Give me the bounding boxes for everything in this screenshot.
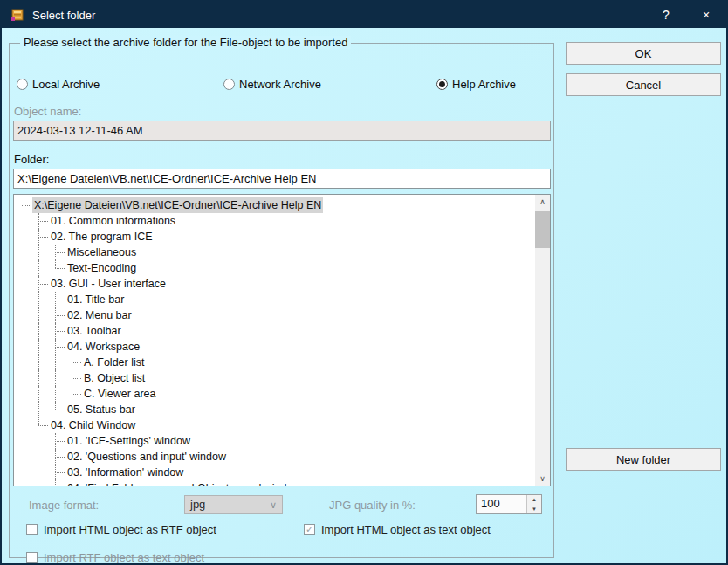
- tree-item[interactable]: 04. Workspace: [14, 339, 535, 355]
- tree-scrollbar[interactable]: ∧ ∨: [535, 195, 550, 486]
- checkbox-unchecked-icon[interactable]: [26, 524, 38, 535]
- scrollbar-thumb[interactable]: [535, 211, 550, 248]
- tree-line: [38, 339, 39, 355]
- stepper-up-icon[interactable]: ▲: [527, 495, 541, 505]
- tree-line: [72, 362, 81, 363]
- tree-line: [55, 331, 65, 332]
- folder-label: Folder:: [14, 153, 49, 166]
- jpg-quality-label: JPG quality in %:: [329, 499, 416, 512]
- tree-item-label[interactable]: 02. 'Questions and input' window: [65, 449, 228, 465]
- archive-groupbox: Please select the archive folder for the…: [9, 43, 554, 558]
- object-name-field: 2024-03-13 12-11-46 AM: [13, 121, 551, 141]
- tree-item-label[interactable]: 01. Common informations: [49, 213, 177, 229]
- tree-item-label-selected[interactable]: X:\Eigene Dateien\VB.net\ICE-Ordner\ICE-…: [32, 197, 323, 213]
- tree-item-label[interactable]: 03. 'Information' window: [65, 465, 185, 480]
- tree-item[interactable]: 01. Common informations: [14, 213, 535, 229]
- tree-item-label[interactable]: 04. Workspace: [65, 339, 141, 355]
- checkbox-unchecked-icon: [26, 552, 38, 563]
- jpg-quality-stepper[interactable]: 100 ▲ ▼: [476, 494, 542, 514]
- checkbox-checked-icon: ✓: [304, 524, 315, 535]
- tree-line: [55, 457, 65, 458]
- tree-item-label[interactable]: 02. Menu bar: [65, 307, 134, 323]
- tree-line: [55, 370, 56, 386]
- stepper-down-icon[interactable]: ▼: [527, 505, 541, 514]
- radio-label: Local Archive: [32, 78, 100, 91]
- tree-item[interactable]: 05. Status bar: [14, 402, 535, 417]
- checkbox-label: Import HTML object as text object: [321, 523, 491, 536]
- cancel-button[interactable]: Cancel: [566, 73, 721, 96]
- image-format-select[interactable]: jpg ∨: [184, 495, 283, 514]
- tree-item[interactable]: C. Viewer area: [14, 386, 535, 402]
- tree-item[interactable]: 04. 'Find Folder name and Object name' w…: [14, 480, 535, 486]
- tree-item[interactable]: 02. The program ICE: [14, 229, 535, 245]
- tree-item-label[interactable]: 01. Title bar: [65, 292, 126, 307]
- radio-circle-icon[interactable]: [17, 79, 28, 90]
- folder-tree[interactable]: X:\Eigene Dateien\VB.net\ICE-Ordner\ICE-…: [13, 194, 551, 486]
- object-name-value: 2024-03-13 12-11-46 AM: [17, 124, 143, 137]
- ok-button[interactable]: OK: [566, 42, 721, 65]
- group-label: Please select the archive folder for the…: [20, 36, 351, 49]
- dialog-body: Please select the archive folder for the…: [2, 28, 726, 563]
- tree-item[interactable]: X:\Eigene Dateien\VB.net\ICE-Ordner\ICE-…: [14, 197, 535, 213]
- tree-line: [55, 347, 65, 348]
- tree-item[interactable]: 02. Menu bar: [14, 307, 535, 323]
- tree-item-label[interactable]: 04. Child Window: [49, 417, 137, 433]
- tree-item[interactable]: 01. Title bar: [14, 292, 535, 307]
- tree-line: [38, 237, 48, 238]
- tree-item[interactable]: 01. 'ICE-Settings' window: [14, 433, 535, 449]
- tree-item-label[interactable]: Text-Encoding: [65, 260, 138, 276]
- radio-circle-icon[interactable]: [223, 79, 235, 90]
- tree-line: [55, 441, 65, 442]
- tree-item-label[interactable]: 02. The program ICE: [49, 229, 155, 245]
- tree-line: [55, 410, 65, 410]
- tree-line: [72, 394, 81, 395]
- tree-item-label[interactable]: C. Viewer area: [82, 386, 157, 402]
- tree-line: [72, 386, 72, 394]
- tree-item[interactable]: B. Object list: [14, 370, 535, 386]
- tree-item[interactable]: Text-Encoding: [14, 260, 535, 276]
- checkbox-import-html-object-as-rtf-object[interactable]: Import HTML object as RTF object: [26, 523, 216, 536]
- tree-line: [55, 480, 56, 486]
- tree-item[interactable]: 03. Toolbar: [14, 323, 535, 339]
- app-icon: [10, 8, 24, 22]
- tree-line: [55, 252, 65, 253]
- new-folder-button[interactable]: New folder: [566, 448, 721, 471]
- tree-item[interactable]: 03. 'Information' window: [14, 465, 535, 480]
- image-format-label: Image format:: [29, 499, 99, 512]
- scroll-up-icon[interactable]: ∧: [535, 195, 550, 209]
- radio-label: Help Archive: [452, 78, 516, 91]
- scroll-down-icon[interactable]: ∨: [535, 472, 550, 486]
- radio-local-archive[interactable]: Local Archive: [17, 77, 100, 91]
- select-folder-dialog: Select folder ? × Please select the arch…: [0, 0, 728, 565]
- tree-item-label[interactable]: 01. 'ICE-Settings' window: [65, 433, 192, 449]
- tree-item-label[interactable]: 03. GUI - User interface: [49, 276, 168, 292]
- tree-item-label[interactable]: Miscellaneous: [65, 245, 138, 260]
- tree-line: [38, 245, 39, 260]
- tree-line: [38, 323, 39, 339]
- tree-item-label[interactable]: 05. Status bar: [65, 402, 137, 417]
- radio-network-archive[interactable]: Network Archive: [223, 77, 321, 91]
- tree-item[interactable]: A. Folder list: [14, 355, 535, 370]
- tree-line: [55, 315, 65, 316]
- radio-help-archive[interactable]: Help Archive: [436, 77, 516, 91]
- radio-circle-icon[interactable]: [436, 79, 448, 90]
- tree-item-label[interactable]: A. Folder list: [82, 355, 146, 370]
- help-button[interactable]: ?: [646, 2, 686, 28]
- tree-line: [38, 402, 39, 417]
- tree-line: [55, 472, 65, 473]
- tree-item-label[interactable]: 03. Toolbar: [65, 323, 123, 339]
- tree-item[interactable]: Miscellaneous: [14, 245, 535, 260]
- close-button[interactable]: ×: [686, 2, 726, 28]
- tree-item[interactable]: 02. 'Questions and input' window: [14, 449, 535, 465]
- tree-item[interactable]: 04. Child Window: [14, 417, 535, 433]
- tree-item-label[interactable]: 04. 'Find Folder name and Object name' w…: [65, 480, 302, 486]
- tree-item[interactable]: 03. GUI - User interface: [14, 276, 535, 292]
- radio-label: Network Archive: [239, 78, 321, 91]
- tree-item-label[interactable]: B. Object list: [82, 370, 147, 386]
- tree-line: [38, 386, 39, 402]
- tree-line: [38, 370, 39, 386]
- folder-input[interactable]: [13, 169, 551, 189]
- tree-line: [38, 221, 48, 222]
- tree-line: [55, 268, 65, 269]
- titlebar[interactable]: Select folder ? ×: [2, 2, 726, 28]
